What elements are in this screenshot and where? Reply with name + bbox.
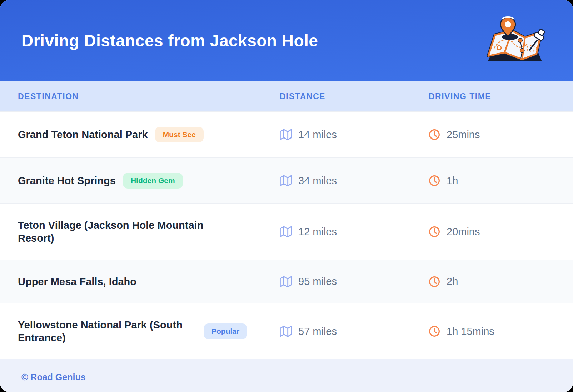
clock-icon bbox=[429, 175, 440, 186]
map-icon bbox=[280, 325, 292, 337]
badge-popular: Popular bbox=[204, 323, 247, 339]
banner: Driving Distances from Jackson Hole bbox=[0, 0, 573, 81]
map-icon bbox=[280, 175, 292, 187]
clock-icon bbox=[429, 129, 440, 140]
footer: © Road Genius bbox=[0, 359, 573, 392]
map-icon bbox=[280, 129, 292, 141]
badge-must-see: Must See bbox=[155, 127, 204, 142]
driving-time-value: 1h 15mins bbox=[447, 326, 494, 337]
map-icon bbox=[280, 226, 292, 238]
column-header-destination: Destination bbox=[0, 92, 280, 101]
distance-value: 34 miles bbox=[298, 175, 337, 187]
table-row: Grand Teton National Park Must See 14 mi… bbox=[0, 111, 573, 157]
distance-value: 14 miles bbox=[298, 129, 337, 141]
destination-name: Teton Village (Jackson Hole Mountain Res… bbox=[18, 219, 218, 245]
clock-icon bbox=[429, 326, 440, 337]
table-header-row: Destination Distance Driving Time bbox=[0, 81, 573, 111]
driving-time-value: 2h bbox=[447, 276, 458, 287]
destination-name: Upper Mesa Falls, Idaho bbox=[18, 275, 136, 288]
table-row: Upper Mesa Falls, Idaho 95 miles 2h bbox=[0, 260, 573, 303]
table-row: Teton Village (Jackson Hole Mountain Res… bbox=[0, 203, 573, 260]
clock-icon bbox=[429, 276, 440, 287]
clock-icon bbox=[429, 226, 440, 237]
map-illustration-icon bbox=[480, 14, 548, 67]
driving-time-value: 20mins bbox=[447, 226, 480, 238]
driving-time-value: 25mins bbox=[447, 129, 480, 141]
map-icon bbox=[280, 276, 292, 288]
table-row: Granite Hot Springs Hidden Gem 34 miles … bbox=[0, 157, 573, 203]
driving-time-value: 1h bbox=[447, 175, 458, 187]
distance-value: 57 miles bbox=[298, 326, 337, 337]
column-header-distance: Distance bbox=[280, 92, 429, 101]
column-header-driving-time: Driving Time bbox=[429, 92, 573, 101]
destination-name: Yellowstone National Park (South Entranc… bbox=[18, 318, 196, 345]
distance-value: 95 miles bbox=[298, 276, 337, 287]
distance-value: 12 miles bbox=[298, 226, 337, 238]
page-title: Driving Distances from Jackson Hole bbox=[21, 31, 318, 50]
badge-hidden-gem: Hidden Gem bbox=[123, 173, 183, 189]
table-row: Yellowstone National Park (South Entranc… bbox=[0, 303, 573, 360]
destination-name: Grand Teton National Park bbox=[18, 128, 148, 141]
driving-distances-card: Driving Distances from Jackson Hole bbox=[0, 0, 573, 392]
destination-name: Granite Hot Springs bbox=[18, 174, 116, 187]
credit-text: © Road Genius bbox=[21, 372, 86, 382]
